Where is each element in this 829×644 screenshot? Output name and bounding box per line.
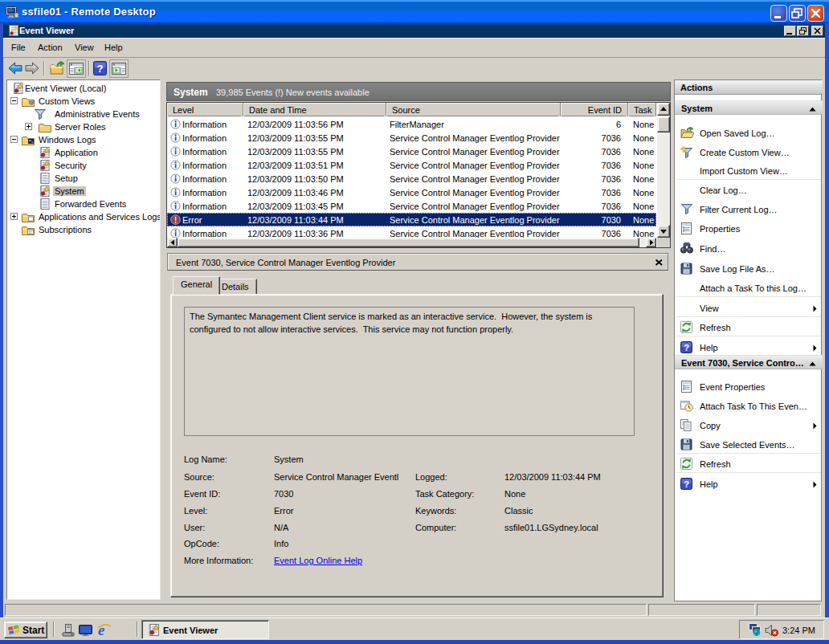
svg-text:?: ? — [684, 343, 689, 353]
svg-text:e: e — [98, 622, 105, 637]
svg-text:?: ? — [684, 479, 689, 489]
svg-text:?: ? — [97, 63, 104, 75]
